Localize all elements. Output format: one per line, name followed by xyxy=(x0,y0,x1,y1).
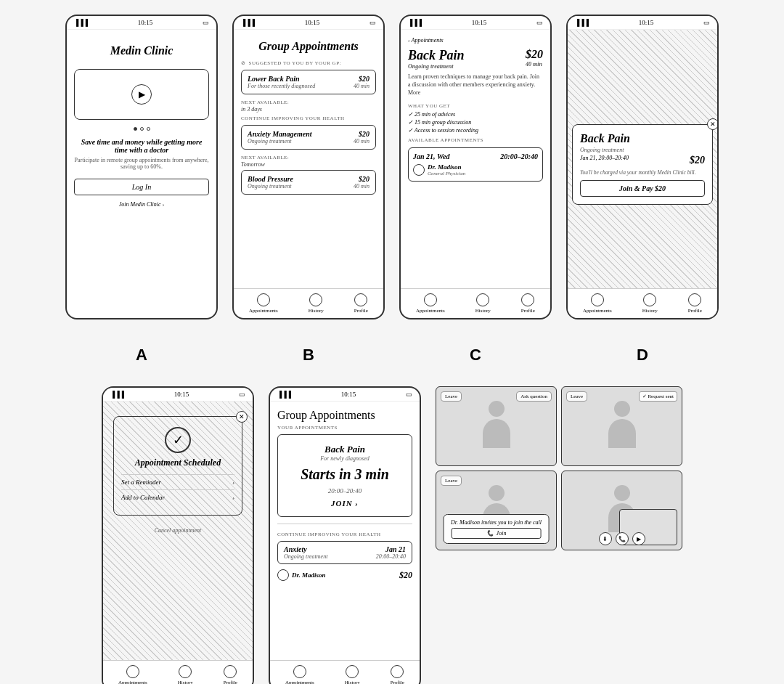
subtitle: Participate in remote group appointments… xyxy=(74,157,209,170)
card-lower-back-sub: For those recently diagnosed 40 min xyxy=(248,83,369,89)
f-doctor-avatar xyxy=(277,569,289,581)
nav-appointments-b[interactable]: Appointments xyxy=(249,293,278,314)
bottom-nav-c: Appointments History Profile xyxy=(401,288,550,318)
suggested-label: ⊘Suggested to you by your GP: xyxy=(241,60,376,66)
success-area: ✕ ✓ Appointment Scheduled Set a Reminder… xyxy=(113,416,242,516)
leave-btn-top-left[interactable]: Leave xyxy=(441,391,462,402)
leave-btn-top-right[interactable]: Leave xyxy=(566,391,587,402)
f-time-range: 20:00–20:40 xyxy=(284,487,406,494)
download-btn[interactable]: ⬇ xyxy=(599,532,612,545)
screen-a: ▐▐▐ 10:15 ▭ Medin Clinic ▶ Save time and… xyxy=(65,15,218,319)
nav-history-b[interactable]: History xyxy=(309,293,324,314)
bottom-nav-f: Appointments History Profile xyxy=(270,660,420,684)
feature-1: ✓ 25 min of advices xyxy=(408,111,543,118)
join-link[interactable]: Join Medin Clinic › xyxy=(74,201,209,208)
dot-3 xyxy=(147,127,150,131)
nav-profile-d[interactable]: Profile xyxy=(688,293,702,314)
nav-appointments-icon-f xyxy=(293,665,306,678)
invite-join-btn[interactable]: 📞 Join xyxy=(451,528,542,539)
nav-history-d[interactable]: History xyxy=(642,293,658,314)
modal-title-d: Back Pain xyxy=(580,132,705,145)
doctor-name: Dr. Madison xyxy=(428,163,465,171)
card-lower-back[interactable]: Lower Back Pain $20 For those recently d… xyxy=(241,70,376,94)
phone-icon: 📞 xyxy=(486,530,494,537)
nav-appointments-e[interactable]: Appointments xyxy=(118,665,147,684)
screen-g: Leave Ask question Leave ✓ Request sent … xyxy=(436,386,682,684)
nav-profile-icon-d xyxy=(688,293,701,306)
f-appt-card[interactable]: Back Pain For newly diagnosed Starts in … xyxy=(277,434,412,517)
battery-icon-f: ▭ xyxy=(406,391,412,398)
f-appt-type: For newly diagnosed xyxy=(284,455,406,462)
nav-profile-c[interactable]: Profile xyxy=(521,293,535,314)
call-btn[interactable]: 📞 xyxy=(616,532,629,545)
leave-btn-bottom-left[interactable]: Leave xyxy=(441,476,462,486)
feature-2: ✓ 15 min group discussion xyxy=(408,119,543,126)
body-top-left xyxy=(483,419,510,448)
nav-profile-icon-e xyxy=(224,665,237,678)
join-cta[interactable]: JOIN › xyxy=(284,499,406,508)
bottom-row: ▐▐▐ 10:15 ▭ ✕ ✓ Appointment Scheduled Se… xyxy=(15,386,769,684)
bottom-nav-b: Appointments History Profile xyxy=(234,288,383,318)
your-appts-label: Your Appointments xyxy=(277,425,412,431)
label-d: D xyxy=(566,346,719,365)
nav-profile-b[interactable]: Profile xyxy=(354,293,368,314)
play-button[interactable]: ▶ xyxy=(131,84,152,105)
head-bottom-right xyxy=(614,485,630,501)
card-anxiety[interactable]: Anxiety Management $20 Ongoing treatment… xyxy=(241,125,376,150)
video-cell-bottom-left: Leave Dr. Madison invites you to join th… xyxy=(436,471,557,550)
top-row: ▐▐▐ 10:15 ▭ Medin Clinic ▶ Save time and… xyxy=(15,15,769,319)
card-anxiety-title: Anxiety Management $20 xyxy=(248,130,369,138)
time-f: 10:15 xyxy=(341,391,356,398)
login-button[interactable]: Log In xyxy=(74,179,209,195)
success-close-btn[interactable]: ✕ xyxy=(236,411,248,423)
continue-label: Continue Improving Your Health xyxy=(241,115,376,121)
battery-icon-e: ▭ xyxy=(239,391,245,398)
screen-c: ▐▐▐ 10:15 ▭ ‹ Appointments Back Pain Ong… xyxy=(399,15,552,319)
f-mini-price: $20 xyxy=(399,570,412,581)
feature-3: ✓ Access to session recording xyxy=(408,127,543,134)
label-a: A xyxy=(65,346,218,365)
screen-d: ▐▐▐ 10:15 ▭ ✕ Back Pain Ongoing treatmen… xyxy=(566,15,719,319)
check-icon: ✓ xyxy=(165,427,191,453)
nav-history-c[interactable]: History xyxy=(475,293,491,314)
bottom-nav-d: Appointments History Profile xyxy=(568,288,717,318)
available-label: Available Appointments xyxy=(408,137,543,143)
nav-appointments-icon-e xyxy=(126,665,139,678)
nav-appointments-d[interactable]: Appointments xyxy=(583,293,612,314)
appointment-slot[interactable]: Jan 21, Wed 20:00–20:40 Dr. Madison Gene… xyxy=(408,147,543,182)
f-mini-card[interactable]: Anxiety Jan 21 Ongoing treatment 20:00–2… xyxy=(277,541,412,564)
ask-question-btn[interactable]: Ask question xyxy=(516,391,552,402)
invite-text: Dr. Madison invites you to join the call xyxy=(451,519,542,526)
modal-price-d: $20 xyxy=(690,155,705,166)
nav-history-f[interactable]: History xyxy=(345,665,360,684)
time-c: 10:15 xyxy=(472,19,487,26)
dot-1 xyxy=(134,127,137,131)
card-blood-pressure[interactable]: Blood Pressure $20 Ongoing treatment 40 … xyxy=(241,170,376,195)
f-doctor-name: Dr. Madison xyxy=(292,571,326,579)
modal-close-btn[interactable]: ✕ xyxy=(707,118,719,130)
calendar-action[interactable]: Add to Calendar › xyxy=(121,489,234,505)
video-cell-top-right: Leave ✓ Request sent xyxy=(561,386,682,466)
head-top-left xyxy=(489,401,505,417)
nav-profile-e[interactable]: Profile xyxy=(224,665,237,684)
slot-date: Jan 21, Wed 20:00–20:40 xyxy=(413,152,538,160)
f-appt-name: Back Pain xyxy=(284,444,406,455)
time-e: 10:15 xyxy=(174,391,189,398)
nav-appointments-c[interactable]: Appointments xyxy=(416,293,445,314)
more-btn[interactable]: ▶ xyxy=(632,532,645,545)
reminder-action[interactable]: Set a Reminder › xyxy=(121,474,234,489)
video-area[interactable]: ▶ xyxy=(74,69,209,120)
screen-b-content: Group Appointments ⊘Suggested to you by … xyxy=(234,30,383,288)
cancel-link[interactable]: Cancel appointment xyxy=(110,527,245,534)
back-link-c[interactable]: ‹ Appointments xyxy=(408,37,543,44)
continue-label-f: Continue Improving Your Health xyxy=(277,532,412,537)
nav-appointments-f[interactable]: Appointments xyxy=(285,665,314,684)
join-pay-button[interactable]: Join & Pay $20 xyxy=(580,180,705,197)
nav-history-e[interactable]: History xyxy=(178,665,193,684)
status-bar-b: ▐▐▐ 10:15 ▭ xyxy=(234,16,383,30)
success-title: Appointment Scheduled xyxy=(135,457,221,468)
screen-f: ▐▐▐ 10:15 ▭ Group Appointments Your Appo… xyxy=(269,386,421,684)
label-c: C xyxy=(399,346,552,365)
nav-profile-f[interactable]: Profile xyxy=(391,665,404,684)
next-avail-val-1: in 3 days xyxy=(241,106,376,113)
